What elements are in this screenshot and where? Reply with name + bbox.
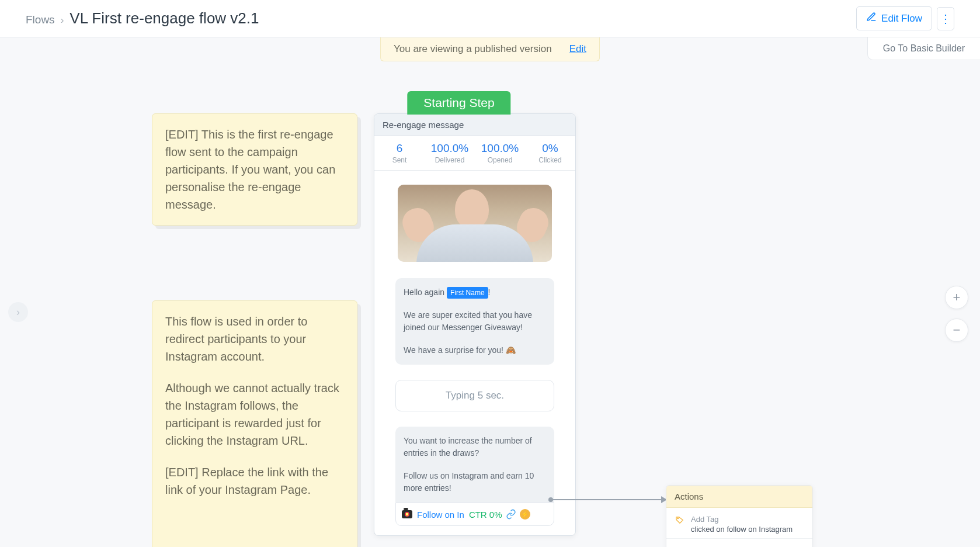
bubble-line: We have a surprise for you! 🙈 <box>404 344 546 356</box>
message-step-card[interactable]: Re-engage message 6 Sent 100.0% Delivere… <box>374 113 576 536</box>
zoom-in-button[interactable]: + <box>945 286 968 309</box>
instagram-icon <box>402 510 412 518</box>
message-bubble: You want to increase the number of entri… <box>395 427 554 503</box>
stat-value: 100.0% <box>427 142 472 155</box>
actions-step-card[interactable]: Actions Add Tag clicked on follow on Ins… <box>666 485 813 547</box>
bubble-line: Follow us on Instagram and earn 10 more … <box>404 470 546 494</box>
sticky-note-text: Although we cannot actually track the In… <box>165 379 344 449</box>
chevron-right-icon: › <box>61 15 64 26</box>
message-bubble: Hello again First Name! We are super exc… <box>395 278 554 365</box>
zoom-controls: + − <box>945 286 968 342</box>
action-text: Add Tag clicked on follow on Instagram <box>691 515 793 534</box>
action-item-external-request[interactable]: External Request https://app.viral-loops… <box>666 538 812 547</box>
banner-text: You are viewing a published version <box>394 43 552 55</box>
starting-step-badge: Starting Step <box>407 91 510 115</box>
banner-edit-link[interactable]: Edit <box>569 43 586 55</box>
breadcrumb-root[interactable]: Flows <box>26 13 55 26</box>
topbar: Flows › VL First re-engage flow v2.1 Edi… <box>0 0 980 37</box>
bubble-line: Hello again First Name! <box>404 286 546 299</box>
stat-label: Sent <box>377 156 422 164</box>
sticky-note-text: This flow is used in order to redirect p… <box>165 313 344 365</box>
action-title: Add Tag <box>691 515 793 524</box>
svg-point-0 <box>677 518 679 519</box>
tag-icon <box>675 515 685 525</box>
cta-label: Follow on In <box>417 510 464 520</box>
text: Hello again <box>404 288 447 297</box>
text: ! <box>488 288 491 297</box>
stat-value: 6 <box>377 142 422 155</box>
stat-value: 0% <box>527 142 573 155</box>
sticky-note-text: [EDIT] This is the first re-engage flow … <box>165 126 344 213</box>
pencil-icon <box>866 12 877 25</box>
bubble-line: You want to increase the number of entri… <box>404 435 546 459</box>
action-subtitle: clicked on follow on Instagram <box>691 525 793 534</box>
actions-card-title: Actions <box>666 486 812 508</box>
stat-value: 100.0% <box>477 142 523 155</box>
flow-canvas[interactable]: › + − [EDIT] This is the first re-engage… <box>0 37 980 547</box>
flow-connector <box>551 499 666 500</box>
more-menu-button[interactable]: ⋮ <box>937 7 954 30</box>
chevron-right-icon: › <box>16 306 20 318</box>
message-image <box>398 185 552 262</box>
variable-chip-first-name: First Name <box>447 287 488 299</box>
message-card-title: Re-engage message <box>374 114 575 136</box>
page-title: VL First re-engage flow v2.1 <box>69 9 259 27</box>
minus-icon: − <box>953 323 961 338</box>
cta-button-row[interactable]: Follow on In CTR 0% ⚡ <box>395 503 554 526</box>
breadcrumb: Flows › VL First re-engage flow v2.1 <box>26 9 259 27</box>
edit-flow-button[interactable]: Edit Flow <box>856 6 932 30</box>
stat-label: Delivered <box>427 156 472 164</box>
edit-flow-label: Edit Flow <box>881 13 922 25</box>
message-body: Hello again First Name! We are super exc… <box>374 171 575 535</box>
sticky-note[interactable]: This flow is used in order to redirect p… <box>152 300 357 547</box>
message-stats-row: 6 Sent 100.0% Delivered 100.0% Opened 0%… <box>374 136 575 171</box>
stat-delivered[interactable]: 100.0% Delivered <box>425 136 475 170</box>
link-icon <box>506 509 516 520</box>
sticky-note[interactable]: [EDIT] This is the first re-engage flow … <box>152 113 357 226</box>
action-icon: ⚡ <box>520 509 530 520</box>
stat-label: Clicked <box>527 156 573 164</box>
sticky-note-text: [EDIT] Replace the link with the link of… <box>165 463 344 498</box>
topbar-actions: Edit Flow ⋮ <box>856 6 954 30</box>
action-item-add-tag[interactable]: Add Tag clicked on follow on Instagram <box>666 508 812 538</box>
stat-opened[interactable]: 100.0% Opened <box>475 136 525 170</box>
stat-clicked[interactable]: 0% Clicked <box>525 136 575 170</box>
cta-ctr: CTR 0% <box>469 510 502 520</box>
typing-delay-block[interactable]: Typing 5 sec. <box>395 380 554 411</box>
plus-icon: + <box>953 290 961 305</box>
published-version-banner: You are viewing a published version Edit <box>380 37 600 61</box>
stat-label: Opened <box>477 156 523 164</box>
zoom-out-button[interactable]: − <box>945 318 968 342</box>
kebab-icon: ⋮ <box>940 12 951 26</box>
collapse-sidebar-button[interactable]: › <box>8 302 28 322</box>
stat-sent[interactable]: 6 Sent <box>374 136 425 170</box>
bubble-line: We are super excited that you have joine… <box>404 309 546 334</box>
